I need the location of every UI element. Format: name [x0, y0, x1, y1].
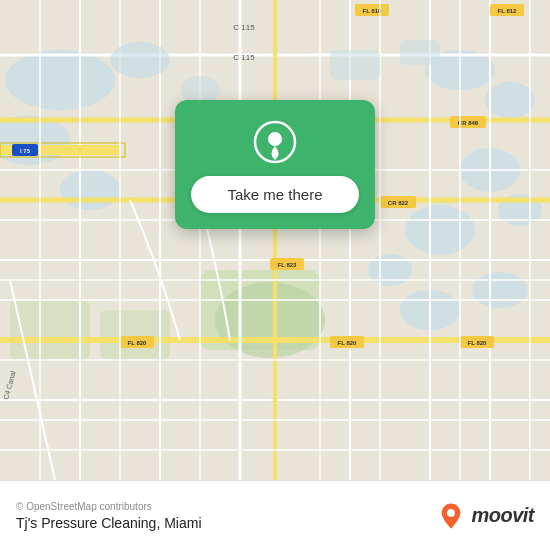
- svg-text:CR 848: CR 848: [458, 120, 479, 126]
- svg-point-9: [472, 272, 528, 308]
- svg-point-3: [60, 170, 120, 210]
- map-view: I 75 CR 848 CR 848 CR 822 FL 820 FL 820 …: [0, 0, 550, 480]
- svg-text:FL 820: FL 820: [128, 340, 148, 346]
- location-pin-icon: [253, 120, 297, 164]
- svg-point-8: [405, 205, 475, 255]
- svg-point-5: [485, 82, 535, 118]
- bottom-bar: © OpenStreetMap contributors Tj's Pressu…: [0, 480, 550, 550]
- svg-text:I 75: I 75: [20, 148, 31, 154]
- location-name: Tj's Pressure Cleaning, Miami: [16, 515, 202, 531]
- location-card: Take me there: [175, 100, 375, 229]
- take-me-there-button[interactable]: Take me there: [191, 176, 359, 213]
- svg-point-75: [448, 509, 456, 517]
- svg-text:FL 823: FL 823: [278, 262, 298, 268]
- svg-text:FL 820: FL 820: [338, 340, 358, 346]
- svg-text:C 115: C 115: [233, 23, 255, 32]
- svg-text:FL 812: FL 812: [498, 8, 518, 14]
- svg-text:FL 818: FL 818: [363, 8, 383, 14]
- svg-point-13: [215, 282, 325, 358]
- svg-point-69: [110, 42, 170, 78]
- moovit-logo: moovit: [437, 502, 534, 530]
- moovit-brand-text: moovit: [471, 504, 534, 527]
- map-attribution: © OpenStreetMap contributors: [16, 501, 202, 512]
- svg-text:C 115: C 115: [233, 53, 255, 62]
- svg-point-74: [268, 132, 282, 146]
- svg-rect-71: [330, 50, 380, 80]
- svg-text:FL 820: FL 820: [468, 340, 488, 346]
- svg-point-11: [368, 254, 412, 286]
- moovit-pin-icon: [437, 502, 465, 530]
- svg-point-1: [5, 50, 115, 110]
- svg-rect-72: [400, 40, 440, 65]
- location-info: © OpenStreetMap contributors Tj's Pressu…: [16, 501, 202, 531]
- svg-text:CR 822: CR 822: [388, 200, 409, 206]
